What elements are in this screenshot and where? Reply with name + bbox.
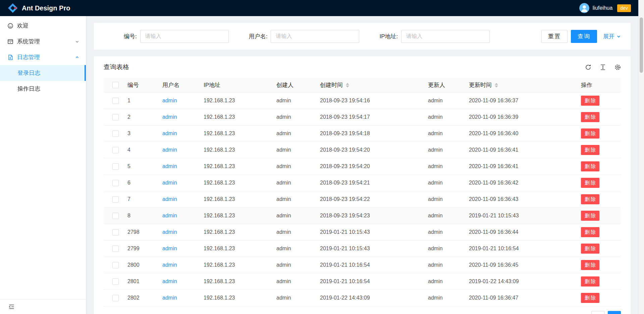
- row-checkbox[interactable]: [112, 98, 119, 104]
- cell-creator: admin: [276, 246, 320, 252]
- username-field[interactable]: [271, 30, 359, 43]
- table: 编号 用户名 IP地址 创建人 创建时间 更新人 更新时间: [104, 78, 621, 306]
- cell-creator: admin: [276, 114, 320, 120]
- cell-creator: admin: [276, 278, 320, 284]
- app-header: Ant Design Pro liufeihua dev: [0, 0, 638, 16]
- menu-fold-icon[interactable]: [8, 304, 15, 310]
- username-link[interactable]: admin: [162, 262, 177, 268]
- density-icon[interactable]: [600, 64, 606, 70]
- sorter-icon[interactable]: [495, 83, 498, 88]
- delete-button[interactable]: 删除: [581, 178, 599, 188]
- sidebar-item-welcome[interactable]: 欢迎: [0, 18, 86, 34]
- pagination-prev-button[interactable]: ‹: [591, 311, 604, 314]
- row-checkbox[interactable]: [112, 114, 119, 120]
- username-link[interactable]: admin: [162, 163, 177, 169]
- scrollbar-thumb[interactable]: [640, 17, 643, 73]
- menu-label: 欢迎: [17, 22, 29, 30]
- row-checkbox[interactable]: [112, 163, 119, 170]
- row-checkbox[interactable]: [112, 295, 119, 301]
- reset-button[interactable]: 重置: [541, 30, 568, 43]
- row-checkbox[interactable]: [112, 229, 119, 235]
- search-button[interactable]: 查询: [571, 30, 597, 43]
- delete-button[interactable]: 删除: [581, 194, 599, 204]
- menu-label: 日志管理: [17, 53, 40, 61]
- user-name[interactable]: liufeihua: [593, 5, 613, 11]
- delete-button[interactable]: 删除: [581, 161, 599, 171]
- username-link[interactable]: admin: [162, 246, 177, 251]
- username-link[interactable]: admin: [162, 196, 177, 202]
- expand-toggle[interactable]: 展开: [603, 33, 621, 40]
- row-checkbox[interactable]: [112, 246, 119, 252]
- row-checkbox[interactable]: [112, 262, 119, 268]
- cell-id: 2799: [127, 246, 162, 252]
- sorter-icon[interactable]: [346, 83, 349, 88]
- cell-creator: admin: [276, 229, 320, 235]
- sidebar-footer: [0, 299, 86, 314]
- delete-button[interactable]: 删除: [581, 276, 599, 286]
- filter-item-id: 编号:: [124, 30, 229, 43]
- row-checkbox[interactable]: [112, 180, 119, 186]
- username-link[interactable]: admin: [162, 295, 177, 301]
- username-link[interactable]: admin: [162, 147, 177, 153]
- cell-created-time: 2018-09-23 19:54:20: [320, 147, 428, 153]
- table-row: 2798 admin 192.168.1.23 admin 2019-01-21…: [104, 224, 621, 241]
- username-link[interactable]: admin: [162, 130, 177, 136]
- sidebar-item-operation-log[interactable]: 操作日志: [0, 81, 86, 97]
- row-checkbox[interactable]: [112, 130, 119, 137]
- delete-button[interactable]: 删除: [581, 128, 599, 139]
- cell-creator: admin: [276, 196, 320, 202]
- sidebar-item-log-management[interactable]: 日志管理: [0, 49, 86, 65]
- cell-updated-time: 2020-11-09 16:36:42: [469, 180, 581, 186]
- row-checkbox[interactable]: [112, 147, 119, 153]
- delete-button[interactable]: 删除: [581, 96, 599, 106]
- delete-button[interactable]: 删除: [581, 145, 599, 155]
- filter-item-ip: IP地址:: [379, 30, 490, 43]
- reload-icon[interactable]: [585, 64, 591, 70]
- row-checkbox[interactable]: [112, 213, 119, 219]
- pagination-page-1[interactable]: 1: [608, 311, 621, 314]
- username-link[interactable]: admin: [162, 98, 177, 103]
- cell-creator: admin: [276, 295, 320, 301]
- id-field[interactable]: [140, 30, 229, 43]
- avatar[interactable]: [579, 3, 589, 13]
- column-header-updater: 更新人: [428, 81, 469, 89]
- delete-button[interactable]: 删除: [581, 260, 599, 270]
- cell-id: 3: [127, 130, 162, 137]
- table-row: 5 admin 192.168.1.23 admin 2018-09-23 19…: [104, 158, 621, 175]
- settings-gear-icon[interactable]: [614, 64, 621, 70]
- cell-updater: admin: [428, 130, 469, 137]
- select-all-checkbox[interactable]: [112, 82, 119, 88]
- logo[interactable]: Ant Design Pro: [7, 3, 70, 13]
- username-link[interactable]: admin: [162, 114, 177, 120]
- username-link[interactable]: admin: [162, 229, 177, 235]
- cell-updater: admin: [428, 262, 469, 268]
- username-link[interactable]: admin: [162, 180, 177, 186]
- menu-label: 登录日志: [17, 69, 40, 77]
- cell-created-time: 2019-01-21 10:15:43: [320, 246, 428, 252]
- delete-button[interactable]: 删除: [581, 211, 599, 221]
- delete-button[interactable]: 删除: [581, 293, 599, 303]
- cell-updater: admin: [428, 295, 469, 301]
- sidebar-item-login-log[interactable]: 登录日志: [0, 65, 86, 81]
- delete-button[interactable]: 删除: [581, 112, 599, 122]
- menu-label: 系统管理: [17, 38, 40, 45]
- username-link[interactable]: admin: [162, 213, 177, 218]
- column-header-updated-time[interactable]: 更新时间: [469, 81, 581, 89]
- sidebar-item-system-management[interactable]: 系统管理: [0, 34, 86, 49]
- cell-updated-time: 2020-11-09 16:36:40: [469, 130, 581, 137]
- column-header-created-time[interactable]: 创建时间: [320, 81, 428, 89]
- delete-button[interactable]: 删除: [581, 244, 599, 254]
- cell-updated-time: 2020-11-09 16:36:45: [469, 262, 581, 268]
- scrollbar[interactable]: [638, 0, 644, 314]
- row-checkbox[interactable]: [112, 278, 119, 285]
- delete-button[interactable]: 删除: [581, 227, 599, 237]
- cell-created-time: 2018-09-23 19:54:17: [320, 114, 428, 120]
- cell-updater: admin: [428, 147, 469, 153]
- cell-updater: admin: [428, 180, 469, 186]
- table-row: 4 admin 192.168.1.23 admin 2018-09-23 19…: [104, 142, 621, 158]
- ip-field[interactable]: [401, 30, 490, 43]
- username-link[interactable]: admin: [162, 278, 177, 284]
- cell-created-time: 2019-01-21 10:16:54: [320, 278, 428, 284]
- row-checkbox[interactable]: [112, 196, 119, 203]
- cell-updated-time: 2019-01-22 14:43:09: [469, 278, 581, 284]
